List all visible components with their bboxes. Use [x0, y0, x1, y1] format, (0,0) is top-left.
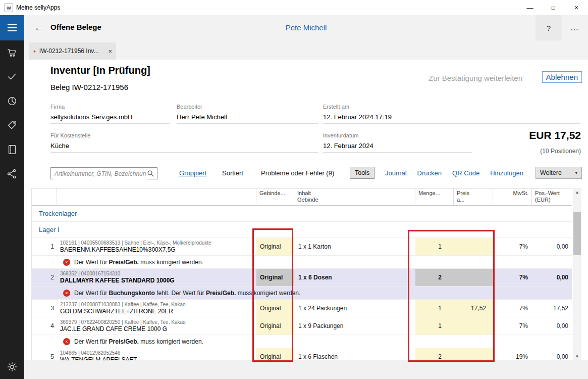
erstellt-label: Erstellt am: [323, 104, 349, 110]
more-options-icon[interactable]: …: [564, 15, 585, 40]
inhalt-cell: 1 x 6 Flaschen: [294, 348, 415, 360]
tab-bar: ● IW-0212-171956 Inv... ×: [24, 40, 588, 60]
poswert-cell: 0,00: [532, 348, 572, 360]
scroll-down-icon[interactable]: ▼: [573, 352, 581, 360]
header-desc: [57, 188, 256, 205]
close-icon[interactable]: ×: [565, 0, 588, 15]
gebinde-cell[interactable]: Original: [256, 238, 294, 255]
journal-icon[interactable]: [0, 137, 24, 162]
field-underline: [50, 123, 170, 124]
bearbeiter-label: Bearbeiter: [177, 104, 202, 110]
maximize-icon[interactable]: □: [542, 0, 565, 15]
search-icon: [147, 170, 154, 177]
grouped-toggle[interactable]: Gruppiert: [179, 169, 206, 177]
cart-icon[interactable]: [0, 40, 24, 65]
header-inhalt[interactable]: Inhalt Gebinde: [294, 188, 415, 205]
mwst-cell: 19%: [493, 348, 532, 360]
reject-button[interactable]: Ablehnen: [542, 71, 582, 83]
table-row[interactable]: 3212237 | 04008071030083 | Kaffee | Kaff…: [32, 300, 572, 317]
table-row[interactable]: 1102161 | 04005500683513 | Sahne | Eier-…: [32, 238, 572, 256]
error-message: Der Wert für Buchungskonto fehlt. Der We…: [74, 290, 300, 297]
poswert-cell: 17,52: [532, 300, 572, 317]
total-amount: EUR 17,52: [529, 129, 581, 141]
gebinde-cell[interactable]: Original: [256, 317, 294, 335]
problems-filter[interactable]: Probleme oder Fehler (9): [261, 169, 334, 177]
tools-button[interactable]: Tools: [350, 167, 375, 179]
header-poswert[interactable]: Pos.-Wert (EUR): [532, 188, 572, 205]
current-user[interactable]: Pete Michell: [24, 23, 588, 32]
row-number: 3: [32, 300, 57, 317]
preis-cell[interactable]: [454, 317, 493, 335]
add-link[interactable]: Hinzufügen: [490, 169, 523, 177]
article-cell: 369379 | 07622400820250 | Kaffee | Kaffe…: [57, 317, 256, 335]
tab-inventur[interactable]: ● IW-0212-171956 Inv... ×: [29, 42, 116, 60]
group-row[interactable]: Lager I: [32, 222, 572, 238]
scroll-up-icon[interactable]: ▲: [573, 188, 581, 196]
field-underline: [50, 152, 318, 153]
erstellt-value[interactable]: 12. Februar 2024 17:19: [323, 113, 392, 121]
field-underline: [323, 152, 472, 153]
inhalt-cell: 1 x 6 Dosen: [294, 269, 415, 286]
share-icon[interactable]: [0, 162, 24, 186]
article-name: JAC.LE GRAND CAFE CREME 1000 G: [60, 325, 167, 334]
menge-cell[interactable]: 2: [415, 348, 454, 360]
minimize-icon[interactable]: —: [518, 0, 542, 15]
tag-icon[interactable]: [0, 113, 24, 137]
pie-chart-icon[interactable]: [0, 89, 24, 113]
preis-cell[interactable]: [454, 238, 493, 255]
table-row[interactable]: 2369352 | 04008167154310DALLMAYR KAFFEE …: [32, 269, 572, 287]
gear-icon[interactable]: [0, 355, 24, 379]
tab-label: IW-0212-171956 Inv...: [39, 48, 105, 55]
article-meta: 369352 | 04008167154310: [60, 270, 120, 277]
search-input[interactable]: [54, 168, 147, 179]
positions-table: Gebinde... Inhalt Gebinde Menge... Preis…: [31, 188, 572, 360]
header-gebinde[interactable]: Gebinde...: [256, 188, 294, 205]
check-icon[interactable]: [0, 65, 24, 89]
firma-label: Firma: [50, 104, 65, 110]
app-header: ← Offene Belege Pete Michell ? …: [24, 15, 588, 40]
hamburger-menu-icon[interactable]: [0, 15, 24, 40]
inventurdatum-value[interactable]: 12. Februar 2024: [323, 142, 373, 150]
kostenstelle-value[interactable]: Küche: [50, 142, 69, 150]
gebinde-cell[interactable]: Original: [256, 348, 294, 360]
group-row[interactable]: Trockenlager: [32, 206, 572, 222]
journal-link[interactable]: Journal: [385, 169, 407, 177]
header-mwst[interactable]: MwSt.: [493, 188, 532, 205]
mwst-cell: 7%: [493, 300, 532, 317]
header-menge[interactable]: Menge...: [415, 188, 454, 205]
article-meta: 369379 | 07622400820250 | Kaffee | Kaffe…: [60, 319, 186, 325]
help-button[interactable]: ?: [536, 15, 562, 40]
menge-cell[interactable]: 1: [415, 317, 454, 335]
menge-cell[interactable]: 2: [415, 269, 454, 286]
firma-value[interactable]: sellysolutions Serv.ges.mbH: [50, 113, 132, 121]
header-preis[interactable]: Preis a...: [454, 188, 493, 205]
footer-strip: [24, 360, 588, 379]
preis-cell[interactable]: [454, 348, 493, 360]
weitere-dropdown[interactable]: Weitere ▾: [536, 167, 582, 179]
menge-cell[interactable]: 1: [415, 300, 454, 317]
sorted-toggle[interactable]: Sortiert: [222, 169, 243, 177]
inhalt-cell: 1 x 9 Packungen: [294, 317, 415, 335]
preis-cell[interactable]: 17,52: [454, 300, 493, 317]
table-row[interactable]: 5104665 | 04012982052546WA.TENGELM.APFEL…: [32, 348, 572, 360]
gebinde-cell[interactable]: Original: [256, 300, 294, 317]
article-meta: 102161 | 04005500683513 | Sahne | Eier-,…: [60, 240, 211, 246]
forward-action[interactable]: Zur Bestätigung weiterleiten: [429, 74, 522, 82]
error-row: ×Der Wert für Buchungskonto fehlt. Der W…: [32, 287, 572, 300]
mwst-cell: 7%: [493, 269, 532, 286]
qr-code-link[interactable]: QR Code: [452, 169, 479, 177]
bearbeiter-value[interactable]: Herr Pete Michell: [177, 113, 227, 121]
print-link[interactable]: Drucken: [417, 169, 442, 177]
table-row[interactable]: 4369379 | 07622400820250 | Kaffee | Kaff…: [32, 317, 572, 335]
error-row: ×Der Wert für Preis/Geb. muss korrigiert…: [32, 256, 572, 269]
tab-close-icon[interactable]: ×: [108, 48, 112, 55]
gebinde-cell[interactable]: Original: [256, 269, 294, 286]
preis-cell[interactable]: [454, 269, 493, 286]
menge-cell[interactable]: 1: [415, 238, 454, 255]
scrollbar-thumb[interactable]: [573, 212, 581, 255]
poswert-cell: 0,00: [532, 238, 572, 255]
vertical-scrollbar[interactable]: ▲ ▼: [573, 188, 581, 360]
row-number: 2: [32, 269, 57, 286]
table-header-row: Gebinde... Inhalt Gebinde Menge... Preis…: [32, 188, 572, 206]
action-links: Journal Drucken QR Code Hinzufügen: [385, 169, 523, 177]
